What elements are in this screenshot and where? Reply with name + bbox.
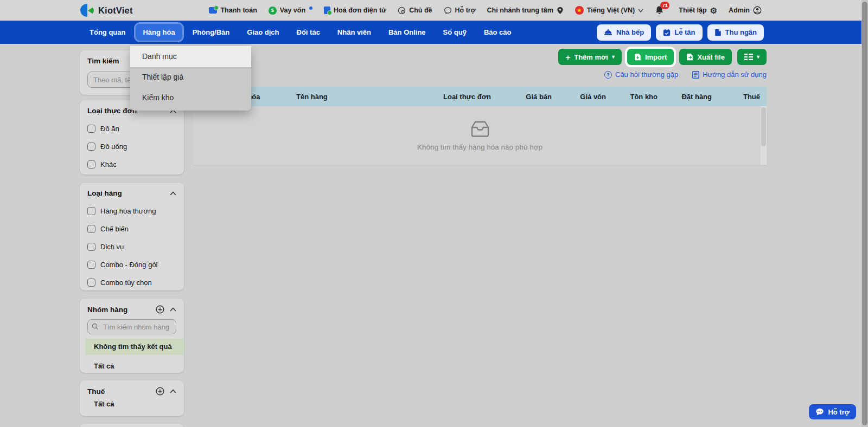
payment-label: Thanh toán bbox=[220, 7, 257, 14]
column-gia-von[interactable]: Giá vốn bbox=[554, 93, 608, 101]
columns-button[interactable]: ▾ bbox=[737, 49, 767, 65]
palette-icon bbox=[398, 7, 406, 15]
list-columns-icon bbox=[744, 54, 753, 60]
do-an-label: Đồ ăn bbox=[100, 125, 119, 133]
user-menu[interactable]: Admin bbox=[729, 6, 762, 15]
guide-doc-icon bbox=[692, 71, 699, 79]
theme-label: Chủ đề bbox=[409, 7, 432, 14]
tab-hang-hoa[interactable]: Hàng hóa bbox=[136, 24, 182, 41]
user-guide-link[interactable]: Hướng dẫn sử dụng bbox=[692, 70, 767, 79]
product-type-collapse-button[interactable] bbox=[170, 191, 176, 196]
do-uong-label: Đồ uống bbox=[100, 143, 127, 151]
tab-so-quy[interactable]: Sổ quỹ bbox=[436, 24, 474, 41]
column-ton-kho[interactable]: Tồn kho bbox=[608, 93, 660, 101]
filter-option-dich-vu[interactable]: Dịch vụ bbox=[87, 243, 176, 251]
filter-option-hang-hoa-thuong[interactable]: Hàng hóa thường bbox=[87, 207, 176, 215]
khac-checkbox[interactable] bbox=[87, 160, 95, 169]
cloche-icon bbox=[604, 29, 612, 36]
notifications-button[interactable]: 71 bbox=[655, 5, 664, 15]
combo-dong-goi-label: Combo - Đóng gói bbox=[100, 261, 158, 269]
tab-tong-quan[interactable]: Tổng quan bbox=[82, 24, 132, 41]
add-group-button[interactable] bbox=[156, 305, 164, 314]
export-file-label: Xuất file bbox=[697, 53, 725, 61]
filter-option-khac[interactable]: Khác bbox=[87, 160, 176, 169]
product-group-card: Nhóm hàng Không tìm thấy kết quả T bbox=[80, 299, 184, 373]
tab-doi-tac[interactable]: Đối tác bbox=[290, 24, 327, 41]
hang-hoa-thuong-checkbox[interactable] bbox=[87, 207, 95, 215]
gear-icon: ⚙ bbox=[710, 7, 717, 15]
faq-link[interactable]: ? Câu hỏi thường gặp bbox=[604, 70, 678, 79]
tab-ban-online[interactable]: Bán Online bbox=[381, 24, 433, 41]
export-file-icon bbox=[686, 53, 693, 61]
support-chat-button[interactable]: Hỗ trợ bbox=[809, 404, 856, 419]
page-scrollbar[interactable] bbox=[861, 0, 868, 427]
tab-nhan-vien[interactable]: Nhân viên bbox=[330, 24, 378, 41]
theme-link[interactable]: Chủ đề bbox=[398, 7, 432, 15]
kiotviet-logo[interactable]: KiotViet bbox=[80, 3, 133, 17]
loan-link[interactable]: $ Vay vốn bbox=[269, 7, 312, 15]
support-label: Hỗ trợ bbox=[828, 408, 850, 416]
brand-name: KiotViet bbox=[98, 5, 133, 16]
notification-dot-icon bbox=[309, 7, 312, 10]
filter-option-combo-dong-goi[interactable]: Combo - Đóng gói bbox=[87, 261, 176, 269]
language-selector[interactable]: ★ Tiếng Việt (VN) bbox=[575, 6, 643, 15]
menu-item-thiet-lap-gia[interactable]: Thiết lập giá bbox=[130, 67, 251, 87]
tax-all-item[interactable]: Tất cả bbox=[87, 400, 176, 408]
menu-type-title: Loại thực đơn bbox=[87, 107, 137, 115]
do-uong-checkbox[interactable] bbox=[87, 143, 95, 151]
filter-option-che-bien[interactable]: Chế biến bbox=[87, 225, 176, 233]
user-icon bbox=[753, 6, 762, 15]
add-new-button[interactable]: + Thêm mới ▾ bbox=[558, 49, 622, 65]
main-nav-bar: Tổng quan Hàng hóa Phòng/Bàn Giao dịch Đ… bbox=[0, 21, 861, 44]
chevron-up-icon bbox=[170, 191, 176, 196]
tab-giao-dich[interactable]: Giao dịch bbox=[240, 24, 286, 41]
notification-badge: 71 bbox=[660, 2, 669, 9]
receipt-icon bbox=[714, 29, 722, 36]
filter-option-do-an[interactable]: Đồ ăn bbox=[87, 125, 176, 133]
export-file-button[interactable]: Xuất file bbox=[679, 49, 732, 65]
money-bag-icon: $ bbox=[269, 7, 277, 15]
dich-vu-checkbox[interactable] bbox=[87, 243, 95, 251]
combo-dong-goi-checkbox[interactable] bbox=[87, 261, 95, 269]
do-an-checkbox[interactable] bbox=[87, 125, 95, 133]
group-all-item[interactable]: Tất cả bbox=[87, 362, 176, 370]
chevron-up-icon bbox=[170, 307, 176, 312]
che-bien-checkbox[interactable] bbox=[87, 225, 95, 233]
kitchen-button[interactable]: Nhà bếp bbox=[597, 24, 651, 41]
combo-tuy-chon-checkbox[interactable] bbox=[87, 279, 95, 287]
help-link[interactable]: Hỗ trợ bbox=[444, 7, 476, 15]
product-table-header: Mã hàng hóa Tên hàng Loại thực đơn Giá b… bbox=[193, 87, 767, 106]
column-dat-hang[interactable]: Đặt hàng bbox=[660, 93, 714, 101]
column-loai-thuc-don[interactable]: Loại thực đơn bbox=[432, 93, 502, 101]
column-gia-ban[interactable]: Giá bán bbox=[502, 93, 554, 101]
tab-bao-cao[interactable]: Báo cáo bbox=[477, 24, 519, 41]
filter-option-do-uong[interactable]: Đồ uống bbox=[87, 143, 176, 151]
reception-button[interactable]: Lễ tân bbox=[656, 24, 702, 41]
khac-label: Khác bbox=[100, 160, 117, 169]
tab-phong-ban[interactable]: Phòng/Bàn bbox=[186, 24, 237, 41]
payment-link[interactable]: Thanh toán bbox=[209, 7, 257, 14]
question-circle-icon: ? bbox=[604, 71, 612, 79]
einvoice-link[interactable]: Hoá đơn điện tử bbox=[324, 7, 386, 14]
settings-button[interactable]: Thiết lập ⚙ bbox=[679, 7, 717, 15]
import-button[interactable]: Import bbox=[627, 49, 674, 65]
branch-selector[interactable]: Chi nhánh trung tâm bbox=[487, 7, 564, 15]
add-tax-button[interactable] bbox=[156, 387, 164, 396]
column-thue[interactable]: Thuế bbox=[714, 93, 767, 101]
payment-icon bbox=[209, 7, 217, 14]
filter-option-combo-tuy-chon[interactable]: Combo tùy chọn bbox=[87, 279, 176, 287]
combo-tuy-chon-label: Combo tùy chọn bbox=[100, 279, 152, 287]
menu-item-kiem-kho[interactable]: Kiểm kho bbox=[130, 87, 251, 108]
menu-type-card: Loại thực đơn Đồ ăn Đồ uống Khác bbox=[80, 100, 184, 174]
group-search-input[interactable] bbox=[87, 319, 176, 334]
column-ten-hang[interactable]: Tên hàng bbox=[291, 93, 432, 101]
cashier-button[interactable]: Thu ngân bbox=[707, 24, 764, 41]
menu-item-danh-muc[interactable]: Danh mục bbox=[130, 46, 251, 67]
tax-collapse-button[interactable] bbox=[170, 389, 176, 393]
product-group-collapse-button[interactable] bbox=[170, 307, 176, 312]
add-new-label: Thêm mới bbox=[574, 53, 608, 61]
table-scrollbar[interactable] bbox=[761, 106, 767, 165]
product-group-title: Nhóm hàng bbox=[87, 306, 127, 314]
product-type-title: Loại hàng bbox=[87, 189, 122, 197]
tax-card: Thuế Tất cả bbox=[80, 380, 184, 416]
